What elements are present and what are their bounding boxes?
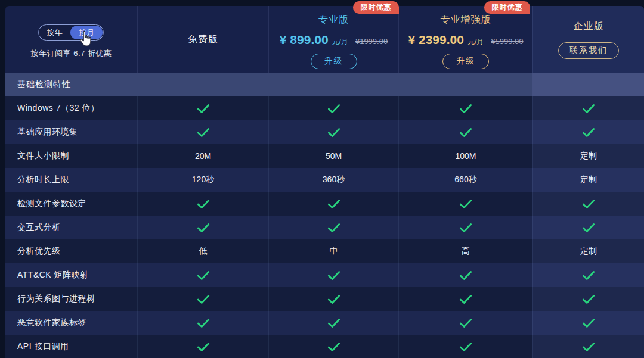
check-icon	[268, 120, 398, 144]
check-icon	[532, 120, 644, 144]
table-row: API 接口调用	[5, 335, 644, 358]
feature-value: 定制	[532, 168, 644, 192]
contact-us-button[interactable]: 联系我们	[558, 42, 619, 59]
check-icon	[137, 216, 268, 239]
feature-value: 中	[268, 239, 398, 263]
feature-value: 低	[137, 239, 268, 263]
feature-name: 文件大小限制	[5, 144, 137, 168]
check-icon	[398, 311, 532, 335]
table-row: 交互式分析	[5, 216, 644, 239]
check-icon	[137, 287, 268, 311]
check-icon	[268, 287, 398, 311]
plan-price: ¥ 2399.00	[408, 33, 463, 47]
feature-value: 120秒	[137, 168, 268, 192]
plan-header-enterprise: 企业版 联系我们	[532, 6, 644, 73]
table-row: 检测文件参数设定	[5, 192, 644, 216]
feature-name: 检测文件参数设定	[5, 192, 137, 216]
plan-header-pro: 专业版 ¥ 899.00 元/月 ¥1999.00 升级	[268, 6, 398, 73]
check-icon	[137, 96, 268, 120]
plans-header-row: 按年 按月 按年订阅享 6.7 折优惠 免费版 专业版 ¥ 899.00 元/月…	[5, 6, 644, 73]
check-icon	[398, 192, 532, 216]
plan-name: 免费版	[188, 33, 218, 46]
yearly-discount-note: 按年订阅享 6.7 折优惠	[31, 48, 112, 59]
plan-price-unit: 元/月	[332, 37, 348, 47]
check-icon	[137, 192, 268, 216]
plan-old-price: ¥5999.00	[491, 37, 523, 46]
upgrade-button-pro[interactable]: 升级	[311, 54, 357, 69]
check-icon	[268, 96, 398, 120]
billing-header-cell: 按年 按月 按年订阅享 6.7 折优惠	[5, 6, 137, 73]
table-row: 文件大小限制20M50M100M定制	[5, 144, 644, 168]
check-icon	[268, 216, 398, 239]
check-icon	[532, 216, 644, 239]
table-row: 分析时长上限120秒360秒660秒定制	[5, 168, 644, 192]
feature-value: 20M	[137, 144, 268, 168]
check-icon	[137, 120, 268, 144]
table-row: ATT&CK 矩阵映射	[5, 263, 644, 287]
section-header-row: 基础检测特性	[5, 73, 644, 96]
check-icon	[398, 216, 532, 239]
pricing-table-card: 按年 按月 按年订阅享 6.7 折优惠 免费版 专业版 ¥ 899.00 元/月…	[5, 6, 644, 358]
toggle-yearly-option[interactable]: 按年	[39, 24, 70, 41]
check-icon	[137, 263, 268, 287]
check-icon	[137, 311, 268, 335]
table-row: 恶意软件家族标签	[5, 311, 644, 335]
feature-name: Windows 7（32 位）	[5, 96, 137, 120]
plan-name: 专业增强版	[441, 14, 491, 26]
check-icon	[532, 96, 644, 120]
table-row: 分析优先级低中高定制	[5, 239, 644, 263]
feature-name: 恶意软件家族标签	[5, 311, 137, 335]
feature-value: 660秒	[398, 168, 532, 192]
feature-name: 分析优先级	[5, 239, 137, 263]
feature-name: 行为关系图与进程树	[5, 287, 137, 311]
feature-name: 分析时长上限	[5, 168, 137, 192]
feature-name: API 接口调用	[5, 335, 137, 358]
feature-rows: Windows 7（32 位）基础应用环境集文件大小限制20M50M100M定制…	[5, 96, 644, 358]
plan-name: 企业版	[574, 20, 604, 33]
toggle-monthly-option[interactable]: 按月	[70, 26, 103, 39]
limited-offer-badge-pro-plus: 限时优惠	[484, 1, 530, 14]
check-icon	[398, 96, 532, 120]
check-icon	[268, 263, 398, 287]
feature-name: ATT&CK 矩阵映射	[5, 263, 137, 287]
feature-value: 定制	[532, 239, 644, 263]
billing-cycle-toggle[interactable]: 按年 按月	[38, 24, 104, 41]
table-row: 基础应用环境集	[5, 120, 644, 144]
check-icon	[268, 192, 398, 216]
check-icon	[268, 335, 398, 358]
feature-value: 高	[398, 239, 532, 263]
check-icon	[532, 192, 644, 216]
plan-header-pro-plus: 专业增强版 ¥ 2399.00 元/月 ¥5999.00 升级	[398, 6, 532, 73]
check-icon	[532, 263, 644, 287]
feature-name: 交互式分析	[5, 216, 137, 239]
check-icon	[398, 287, 532, 311]
plan-header-free: 免费版	[137, 6, 268, 73]
table-row: Windows 7（32 位）	[5, 96, 644, 120]
plan-price-unit: 元/月	[467, 37, 484, 47]
plan-old-price: ¥1999.00	[355, 37, 388, 46]
check-icon	[398, 335, 532, 358]
feature-value: 定制	[532, 144, 644, 168]
section-header-enterprise-band	[532, 73, 644, 96]
plan-name: 专业版	[318, 14, 349, 26]
check-icon	[268, 311, 398, 335]
section-header-label: 基础检测特性	[5, 73, 532, 96]
check-icon	[137, 335, 268, 358]
check-icon	[398, 120, 532, 144]
limited-offer-badge-pro: 限时优惠	[353, 1, 399, 14]
feature-value: 50M	[268, 144, 398, 168]
upgrade-button-pro-plus[interactable]: 升级	[442, 54, 489, 69]
feature-value: 100M	[398, 144, 532, 168]
feature-value: 360秒	[268, 168, 398, 192]
table-row: 行为关系图与进程树	[5, 287, 644, 311]
plan-price: ¥ 899.00	[280, 33, 329, 47]
check-icon	[532, 335, 644, 358]
check-icon	[532, 311, 644, 335]
check-icon	[532, 287, 644, 311]
feature-name: 基础应用环境集	[5, 120, 137, 144]
check-icon	[398, 263, 532, 287]
